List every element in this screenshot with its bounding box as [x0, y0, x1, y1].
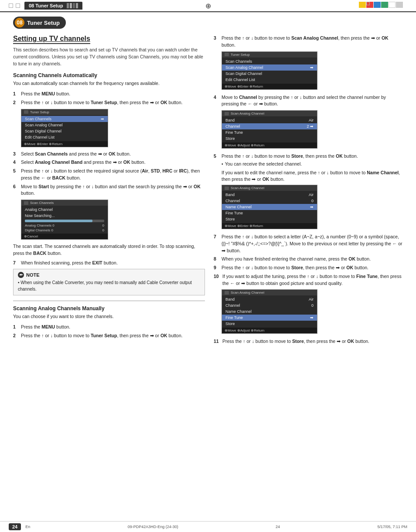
manual-step-2: 2 Press the ↑ or ↓ button to move to Tun… [13, 332, 205, 339]
right-step-11: 11 Press the ↑ or ↓ button to move to St… [214, 338, 403, 345]
lang-label: En [25, 525, 30, 529]
right-step-3: 3 Press the ↑ or ↓ button to move to Sca… [214, 35, 403, 49]
screen-name-channel: Scan Analog Channel BandAir Channel0 Nam… [222, 185, 317, 229]
section-divider [13, 301, 205, 301]
scan-note: The scan start. The scanned channels are… [13, 243, 205, 257]
sub2-title: Scanning Analog Channels Manually [13, 305, 205, 312]
screen-scan-channels: Scan Channels Analog Channel Now Searchi… [21, 200, 108, 240]
right-step-8: 8 When you have finished entering the ch… [214, 256, 403, 263]
note-box: ✏ NOTE • When using the Cable Converter,… [13, 269, 205, 295]
page-footer: 24 En 09-PDP42A3HD-Eng (24-30) 24 5/17/0… [0, 521, 416, 532]
sub1-intro: You can automatically scan channels for … [13, 80, 205, 87]
chapter-title: Tuner Setup [27, 20, 60, 26]
screen-tuner-setup-2: Tuner Setup Scan Channels Scan Analog Ch… [222, 51, 317, 90]
note-text: • When using the Cable Converter, you ma… [18, 279, 200, 292]
step-5-left: 5 Press the ↑ or ↓ button to select the … [13, 168, 205, 182]
note-icon: ✏ [18, 272, 24, 278]
screen-scan-analog: Scan Analog Channel BandAir Channel2 ➡ F… [222, 110, 317, 149]
sub1-title: Scanning Channels Automatically [13, 72, 205, 78]
step-2: 2 Press the ↑ or ↓ button to move to Tun… [13, 99, 205, 106]
step-4-left: 4 Select Analog Channel Band and press t… [13, 159, 205, 166]
subsection-manual: Scanning Analog Channels Manually You ca… [13, 305, 205, 339]
chapter-tab-label: 08 Tuner Setup [29, 3, 63, 8]
right-step-4: 4 Move to Channel by pressing the ↑ or ↓… [214, 94, 403, 108]
right-step-10: 10 If you want to adjust the tuning, pre… [214, 273, 403, 287]
step-1: 1 Press the MENU button. [13, 91, 205, 98]
right-step-5: 5 Press the ↑ or ↓ button to move to Sto… [214, 153, 403, 183]
page-number-badge: 24 [9, 523, 21, 530]
screen-fine-tune: Scan Analog Channel BandAir Channel0 Nam… [222, 289, 317, 334]
step-6-left: 6 Move to Start by pressing the ↑ or ↓ b… [13, 183, 205, 197]
subsection-auto: Scanning Channels Automatically You can … [13, 72, 205, 266]
section-title: Setting up TV channels [13, 35, 90, 44]
color-blocks [359, 2, 403, 8]
right-step-9: 9 Press the ↑ or ↓ button to move to Sto… [214, 264, 403, 271]
footer-page-center: 24 [276, 525, 280, 529]
step-3-left: 3 Select Scan Channels and press the ➡ o… [13, 151, 205, 158]
section-badge: 08 Tuner Setup [13, 17, 66, 29]
intro-text: This section describes how to search and… [13, 47, 205, 67]
screen-tuner-setup-1: Tuner Setup Scan Channels➡ Scan Analog C… [21, 109, 108, 147]
sub2-intro: You can choose if you want to store the … [13, 313, 205, 320]
note-title: NOTE [26, 272, 40, 278]
right-step-7: 7 Press the ↑ or ↓ button to select a le… [214, 234, 403, 254]
manual-step-1: 1 Press the MENU button. [13, 324, 205, 331]
compass-mark: ⊕ [205, 2, 211, 10]
step-7-auto: 7 When finished scanning, press the EXIT… [13, 260, 205, 267]
chapter-tab: 08 Tuner Setup [24, 2, 82, 10]
footer-file: 09-PDP42A3HD-Eng (24-30) [128, 525, 178, 529]
footer-date: 5/17/05, 7:11 PM [377, 525, 407, 529]
chapter-number: 08 [15, 18, 24, 27]
